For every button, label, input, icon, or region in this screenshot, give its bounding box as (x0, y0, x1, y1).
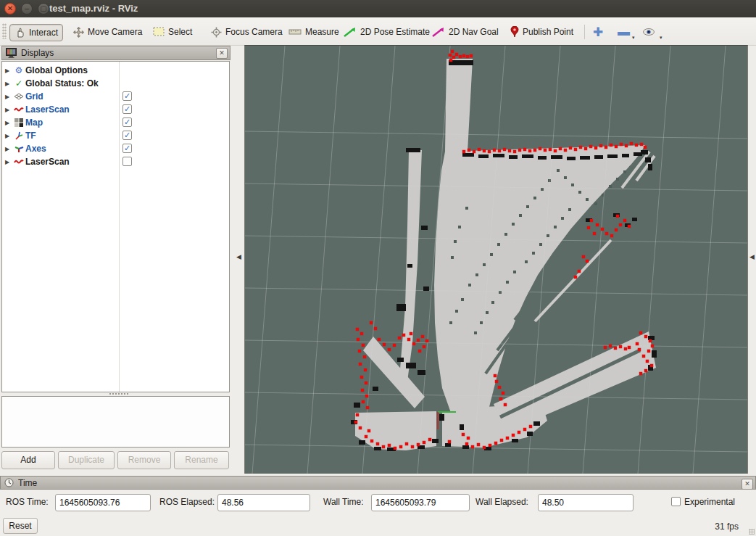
wall-elapsed-input[interactable] (538, 494, 634, 511)
tool-label: Measure (305, 27, 339, 37)
time-panel-header[interactable]: Time ✕ (0, 476, 756, 490)
time-panel-close-button[interactable]: ✕ (742, 479, 753, 490)
map-display-icon (12, 118, 25, 127)
experimental-checkbox[interactable] (671, 497, 681, 506)
3d-viewport[interactable] (245, 46, 747, 474)
tree-row-global-status[interactable]: ▶ ✓ Global Status: Ok (2, 77, 229, 90)
checkbox-laserscan-2[interactable] (122, 157, 132, 166)
grid-display-icon (12, 93, 25, 100)
tool-focus-camera[interactable]: Focus Camera (207, 24, 287, 40)
tree-row-laserscan-2[interactable]: ▶ LaserScan (2, 155, 229, 168)
tree-row-tf[interactable]: ▶ TF (2, 129, 229, 142)
remove-display-button[interactable]: Remove (117, 451, 171, 469)
window-resize-grip[interactable] (749, 529, 755, 535)
displays-close-button[interactable]: ✕ (216, 48, 228, 59)
tool-measure[interactable]: Measure (284, 24, 344, 40)
minus-icon: ▬ (618, 25, 630, 39)
monitor-icon (6, 48, 17, 58)
panel-splitter-handle[interactable] (109, 392, 129, 395)
left-panel-collapse-handle-icon[interactable]: ◀ (236, 253, 241, 260)
nav-goal-arrow-icon (432, 27, 445, 37)
ros-time-label: ROS Time: (6, 497, 49, 507)
tool-label: Publish Point (523, 27, 573, 37)
time-panel-title: Time (18, 478, 37, 488)
pose-estimate-arrow-icon (344, 27, 357, 37)
expander-icon[interactable]: ▶ (2, 67, 12, 74)
tool-2d-pose-estimate[interactable]: 2D Pose Estimate (339, 24, 434, 40)
tree-row-grid[interactable]: ▶ Grid (2, 90, 229, 103)
tool-2d-nav-goal[interactable]: 2D Nav Goal (428, 24, 503, 40)
gear-icon: ⚙ (12, 66, 25, 75)
move-camera-icon (73, 27, 84, 38)
add-tool-button[interactable]: ✚ (589, 24, 607, 40)
tool-label: 2D Pose Estimate (360, 27, 430, 37)
tf-axes-icon (12, 131, 25, 140)
experimental-label: Experimental (684, 497, 735, 507)
tool-label: Move Camera (88, 27, 142, 37)
rename-display-button[interactable]: Rename (174, 451, 229, 469)
expander-icon[interactable]: ▶ (2, 107, 12, 113)
title-bar: ✕ – ▢ test_map.rviz - RViz (0, 0, 756, 17)
status-ok-check-icon: ✓ (12, 79, 25, 88)
window-title: test_map.rviz - RViz (49, 3, 138, 14)
tool-publish-point[interactable]: Publish Point (506, 24, 578, 40)
expander-icon[interactable]: ▶ (2, 94, 12, 100)
tool-label: Interact (29, 28, 58, 38)
toolbar-drag-handle[interactable] (2, 23, 7, 39)
tool-select[interactable]: Select (149, 24, 196, 40)
displays-panel-header[interactable]: Displays ✕ (1, 46, 230, 60)
time-panel-body: ROS Time: ROS Elapsed: Wall Time: Wall E… (0, 490, 756, 536)
tool-interact[interactable]: Interact (9, 24, 63, 41)
checkbox-tf[interactable] (122, 131, 132, 140)
plus-icon: ✚ (593, 25, 603, 40)
fps-counter: 31 fps (715, 521, 739, 532)
checkbox-grid[interactable] (122, 91, 132, 101)
checkbox-axes[interactable] (122, 144, 132, 153)
reset-button[interactable]: Reset (3, 518, 38, 534)
render-viewport-frame (244, 45, 748, 474)
interact-hand-icon (14, 28, 25, 38)
tool-label: 2D Nav Goal (449, 27, 499, 37)
focus-camera-icon (211, 27, 222, 38)
row-label: Map (25, 117, 43, 128)
toolbar: Interact Move Camera Select Focus Camera… (0, 17, 756, 46)
tree-row-map[interactable]: ▶ Map (2, 116, 229, 129)
expander-icon[interactable]: ▶ (2, 81, 12, 87)
expander-icon[interactable]: ▶ (2, 146, 12, 152)
window-maximize-button[interactable]: ▢ (38, 3, 49, 15)
axes-display-icon (12, 144, 25, 153)
expander-icon[interactable]: ▶ (2, 159, 12, 165)
right-panel-collapse-handle-icon[interactable]: ◀ (749, 253, 755, 260)
duplicate-display-button[interactable]: Duplicate (58, 451, 115, 469)
tool-move-camera[interactable]: Move Camera (69, 24, 146, 40)
window-minimize-button[interactable]: – (21, 3, 33, 15)
expander-icon[interactable]: ▶ (2, 120, 12, 126)
row-label: LaserScan (25, 157, 70, 167)
remove-tool-caret-icon[interactable]: ▾ (632, 35, 635, 41)
tool-label: Select (168, 27, 192, 37)
rviz-window: { "window": { "title": "test_map.rviz - … (0, 0, 756, 536)
laserscan-wave-icon (12, 159, 25, 165)
ros-elapsed-input[interactable] (217, 494, 310, 511)
tree-row-axes[interactable]: ▶ Axes (2, 142, 229, 155)
displays-panel-title: Displays (21, 48, 54, 58)
row-label: Axes (25, 144, 46, 154)
checkbox-map[interactable] (122, 117, 132, 127)
ros-time-input[interactable] (55, 494, 151, 511)
eye-icon (642, 28, 655, 36)
measure-ruler-icon (288, 28, 302, 36)
row-label: Global Options (25, 65, 88, 75)
tool-label: Focus Camera (225, 27, 283, 37)
remove-tool-button[interactable]: ▬ (613, 24, 634, 40)
expander-icon[interactable]: ▶ (2, 133, 12, 139)
window-close-button[interactable]: ✕ (4, 3, 16, 15)
row-label: Global Status: Ok (25, 78, 99, 88)
tree-row-global-options[interactable]: ▶ ⚙ Global Options (2, 64, 229, 77)
clock-icon (4, 478, 14, 487)
eye-caret-icon[interactable]: ▾ (660, 35, 662, 41)
tree-row-laserscan[interactable]: ▶ LaserScan (2, 103, 229, 116)
checkbox-laserscan[interactable] (122, 104, 132, 114)
tool-properties-button[interactable] (638, 24, 660, 40)
add-display-button[interactable]: Add (1, 451, 55, 469)
wall-time-input[interactable] (371, 494, 470, 511)
